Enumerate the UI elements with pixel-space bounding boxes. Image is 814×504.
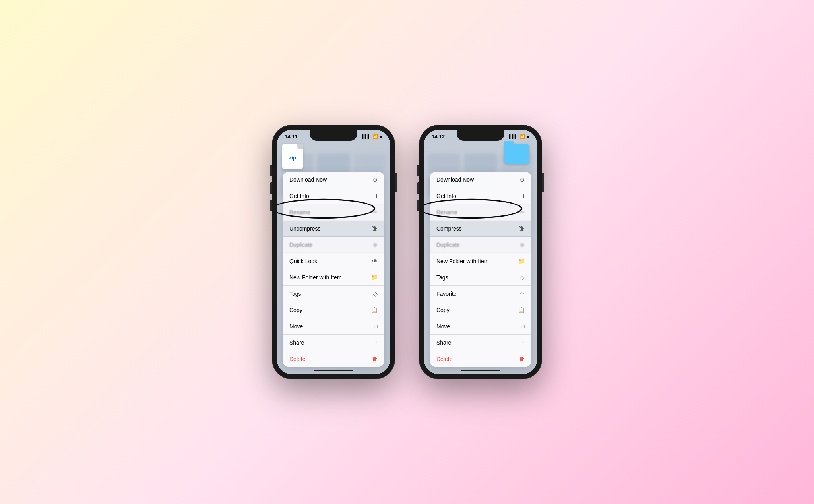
folder-body-right [504,144,529,164]
phone-left: 14:11 ▌▌▌ 📶 ■ zip Download Now ⊙ [272,125,395,379]
menu-duplicate-right[interactable]: Duplicate ⊕ [430,237,531,253]
battery-icon-left: ■ [380,134,382,139]
time-right: 14:12 [432,134,445,140]
download-icon-right: ⊙ [520,176,525,183]
folder-icon-right [504,144,529,166]
menu-newfolder-right[interactable]: New Folder with Item 📁 [430,253,531,269]
context-menu-left: Download Now ⊙ Get Info ℹ Rename ✏ Uncom… [283,172,384,367]
newfolder-icon-right: 📁 [518,258,525,264]
delete-icon-left: 🗑 [372,356,378,362]
menu-share-right-label: Share [436,339,519,346]
menu-rename-right-label: Rename [436,209,517,215]
menu-copy-left[interactable]: Copy 📋 [283,302,384,318]
zip-file-icon: zip [282,144,306,173]
menu-rename-right[interactable]: Rename ✏ [430,204,531,221]
phone-right-screen: 14:12 ▌▌▌ 📶 ■ Download Now ⊙ Get Info [424,130,537,374]
menu-getinfo-left[interactable]: Get Info ℹ [283,188,384,204]
menu-getinfo-left-label: Get Info [289,193,372,199]
menu-compress-right[interactable]: Compress 🗜 [430,221,531,237]
rename-icon-left: ✏ [373,209,378,215]
menu-tags-left[interactable]: Tags ◇ [283,286,384,302]
zip-file-label: zip [289,155,296,161]
favorite-icon-right: ☆ [519,291,525,297]
duplicate-icon-left: ⊕ [373,242,378,248]
menu-newfolder-left[interactable]: New Folder with Item 📁 [283,269,384,286]
move-icon-right: □ [521,323,525,330]
menu-delete-left[interactable]: Delete 🗑 [283,351,384,367]
menu-share-right[interactable]: Share ↑ [430,335,531,351]
copy-icon-right: 📋 [518,307,525,313]
phone-right: 14:12 ▌▌▌ 📶 ■ Download Now ⊙ Get Info [419,125,542,379]
copy-icon-left: 📋 [371,307,378,313]
menu-share-left-label: Share [289,339,372,346]
time-left: 14:11 [285,134,298,140]
share-icon-right: ↑ [522,339,525,346]
menu-copy-right-label: Copy [436,307,515,313]
notch-left [310,130,357,141]
wifi-icon-right: 📶 [519,134,525,139]
menu-copy-right[interactable]: Copy 📋 [430,302,531,318]
menu-delete-right[interactable]: Delete 🗑 [430,351,531,367]
zip-file-body: zip [282,144,303,169]
menu-compress-label: Compress [436,225,516,232]
menu-getinfo-right[interactable]: Get Info ℹ [430,188,531,204]
vol-down-button [270,200,272,211]
menu-delete-right-label: Delete [436,356,516,362]
menu-getinfo-right-label: Get Info [436,193,519,199]
status-icons-right: ▌▌▌ 📶 ■ [509,134,529,139]
home-indicator-right [461,370,500,371]
menu-favorite-right[interactable]: Favorite ☆ [430,286,531,302]
home-indicator-left [314,370,353,371]
menu-share-left[interactable]: Share ↑ [283,335,384,351]
vol-up-button [270,182,272,194]
newfolder-icon-left: 📁 [371,274,378,281]
menu-tags-left-label: Tags [289,291,370,297]
info-icon-right: ℹ [523,193,525,199]
menu-quicklook-left[interactable]: Quick Look 👁 [283,253,384,269]
info-icon-left: ℹ [376,193,378,199]
signal-icon-left: ▌▌▌ [362,134,370,139]
vol-down-button-right [417,200,419,211]
duplicate-icon-right: ⊕ [520,242,525,248]
notch-right [457,130,504,141]
quicklook-icon-left: 👁 [372,258,378,264]
menu-download-left-label: Download Now [289,176,370,183]
menu-uncompress-label: Uncompress [289,225,369,232]
compress-icon-right: 🗜 [519,225,525,232]
menu-favorite-right-label: Favorite [436,291,516,297]
menu-download-left[interactable]: Download Now ⊙ [283,172,384,188]
menu-tags-right-label: Tags [436,274,517,281]
menu-copy-left-label: Copy [289,307,368,313]
tags-icon-right: ◇ [520,274,525,281]
compress-icon-left: 🗜 [372,225,378,232]
rename-icon-right: ✏ [520,209,525,215]
menu-delete-left-label: Delete [289,356,369,362]
menu-quicklook-label: Quick Look [289,258,369,264]
menu-download-right[interactable]: Download Now ⊙ [430,172,531,188]
vol-up-button-right [417,182,419,194]
battery-icon-right: ■ [527,134,529,139]
tags-icon-left: ◇ [373,291,378,297]
share-icon-left: ↑ [375,339,378,346]
menu-duplicate-right-label: Duplicate [436,242,517,248]
download-icon-left: ⊙ [373,176,378,183]
menu-rename-left-label: Rename [289,209,370,215]
signal-icon-right: ▌▌▌ [509,134,517,139]
context-menu-right: Download Now ⊙ Get Info ℹ Rename ✏ Compr… [430,172,531,367]
menu-uncompress-left[interactable]: Uncompress 🗜 [283,221,384,237]
phone-left-screen: 14:11 ▌▌▌ 📶 ■ zip Download Now ⊙ [277,130,390,374]
menu-move-right-label: Move [436,323,518,330]
menu-duplicate-left[interactable]: Duplicate ⊕ [283,237,384,253]
menu-move-left[interactable]: Move □ [283,318,384,335]
wifi-icon-left: 📶 [372,134,378,139]
menu-move-left-label: Move [289,323,371,330]
menu-newfolder-right-label: New Folder with Item [436,258,515,264]
menu-tags-right[interactable]: Tags ◇ [430,269,531,286]
phones-container: 14:11 ▌▌▌ 📶 ■ zip Download Now ⊙ [272,125,542,379]
menu-rename-left[interactable]: Rename ✏ [283,204,384,221]
menu-move-right[interactable]: Move □ [430,318,531,335]
move-icon-left: □ [374,323,378,330]
menu-newfolder-left-label: New Folder with Item [289,274,368,281]
menu-download-right-label: Download Now [436,176,517,183]
delete-icon-right: 🗑 [519,356,525,362]
